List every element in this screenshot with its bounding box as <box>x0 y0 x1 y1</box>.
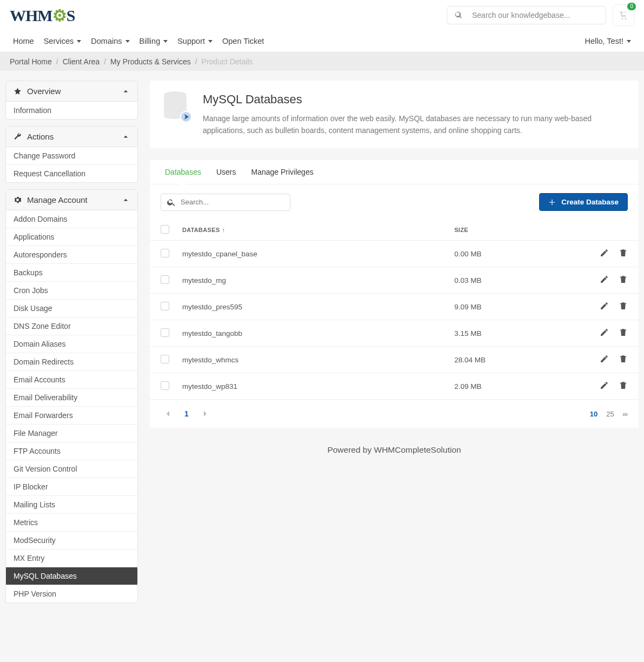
db-size: 28.04 MB <box>448 347 585 373</box>
db-size: 2.09 MB <box>448 373 585 400</box>
sidebar-item-ip-blocker[interactable]: IP Blocker <box>6 478 137 496</box>
sidebar-item-cron-jobs[interactable]: Cron Jobs <box>6 282 137 300</box>
plus-icon <box>548 198 556 206</box>
sidebar-overview: Overview Information <box>5 81 138 120</box>
star-icon <box>14 87 22 95</box>
row-checkbox[interactable] <box>161 355 169 363</box>
sidebar-item-email-deliverability[interactable]: Email Deliverability <box>6 389 137 407</box>
db-search[interactable] <box>161 194 290 211</box>
breadcrumb-product-details: Product Details <box>202 57 253 66</box>
db-size: 0.00 MB <box>448 241 585 267</box>
manage-header[interactable]: Manage Account <box>6 190 137 210</box>
user-menu[interactable]: Hello, Test! <box>582 32 634 50</box>
sidebar-item-autoresponders[interactable]: Autoresponders <box>6 246 137 264</box>
search-icon <box>167 197 176 207</box>
row-checkbox[interactable] <box>161 249 169 257</box>
sidebar-item-domain-redirects[interactable]: Domain Redirects <box>6 353 137 371</box>
kb-search[interactable] <box>447 6 606 24</box>
page-next[interactable] <box>197 406 213 421</box>
page-description: Manage large amounts of information over… <box>203 113 625 136</box>
edit-icon[interactable] <box>600 275 609 286</box>
breadcrumb: Portal Home/Client Area/My Products & Se… <box>0 52 644 71</box>
table-row: mytestdo_wp8312.09 MB <box>150 373 639 400</box>
db-search-input[interactable] <box>181 198 284 206</box>
sidebar-item-mx-entry[interactable]: MX Entry <box>6 550 137 567</box>
db-name: mytestdo_pres595 <box>176 294 448 320</box>
select-all-checkbox[interactable] <box>161 225 169 234</box>
db-name: mytestdo_tangobb <box>176 320 448 347</box>
tab-manage-privileges[interactable]: Manage Privileges <box>244 160 321 184</box>
sidebar-item-domain-aliases[interactable]: Domain Aliases <box>6 335 137 353</box>
tab-users[interactable]: Users <box>209 160 244 184</box>
edit-icon[interactable] <box>600 248 609 259</box>
breadcrumb-my-products-services[interactable]: My Products & Services <box>110 57 191 66</box>
actions-header[interactable]: Actions <box>6 127 137 147</box>
row-checkbox[interactable] <box>161 328 169 337</box>
tab-databases[interactable]: Databases <box>157 160 209 184</box>
sidebar-manage: Manage Account Addon DomainsApplications… <box>5 189 138 603</box>
db-name: mytestdo_cpanel_base <box>176 241 448 267</box>
page-size-∞[interactable]: ∞ <box>623 410 628 418</box>
database-icon <box>164 95 191 122</box>
row-checkbox[interactable] <box>161 381 169 390</box>
pagination: 1 1025∞ <box>150 400 639 428</box>
page-size-25[interactable]: 25 <box>606 410 614 418</box>
db-size: 3.15 MB <box>448 320 585 347</box>
logo[interactable]: WHM⚙S <box>10 6 75 25</box>
breadcrumb-client-area[interactable]: Client Area <box>63 57 99 66</box>
breadcrumb-portal-home[interactable]: Portal Home <box>10 57 52 66</box>
sidebar-item-change-password[interactable]: Change Password <box>6 147 137 165</box>
edit-icon[interactable] <box>600 354 609 365</box>
delete-icon[interactable] <box>619 301 628 312</box>
table-row: mytestdo_whmcs28.04 MB <box>150 347 639 373</box>
page-1[interactable]: 1 <box>179 406 194 421</box>
column-size[interactable]: Size <box>448 220 585 241</box>
page-size-10[interactable]: 10 <box>590 410 597 418</box>
sidebar-item-file-manager[interactable]: File Manager <box>6 425 137 442</box>
sidebar-item-applications[interactable]: Applications <box>6 228 137 246</box>
edit-icon[interactable] <box>600 328 609 339</box>
edit-icon[interactable] <box>600 301 609 312</box>
search-icon <box>455 11 462 19</box>
cart-count-badge: 0 <box>627 3 636 10</box>
row-checkbox[interactable] <box>161 302 169 310</box>
sidebar-item-backups[interactable]: Backups <box>6 264 137 282</box>
sidebar-item-modsecurity[interactable]: ModSecurity <box>6 532 137 550</box>
delete-icon[interactable] <box>619 354 628 365</box>
kb-search-input[interactable] <box>472 11 598 19</box>
nav-billing[interactable]: Billing <box>136 32 171 50</box>
overview-header[interactable]: Overview <box>6 81 137 102</box>
nav-services[interactable]: Services <box>41 32 85 50</box>
cart-icon <box>619 11 628 19</box>
delete-icon[interactable] <box>619 275 628 286</box>
sidebar-item-request-cancellation[interactable]: Request Cancellation <box>6 165 137 182</box>
db-name: mytestdo_mg <box>176 267 448 294</box>
db-name: mytestdo_whmcs <box>176 347 448 373</box>
edit-icon[interactable] <box>600 381 609 392</box>
sidebar-item-addon-domains[interactable]: Addon Domains <box>6 210 137 228</box>
sidebar-item-php-version[interactable]: PHP Version <box>6 585 137 603</box>
nav-support[interactable]: Support <box>174 32 216 50</box>
nav-home[interactable]: Home <box>10 32 37 50</box>
page-prev[interactable] <box>161 406 176 421</box>
sidebar-item-disk-usage[interactable]: Disk Usage <box>6 300 137 317</box>
sidebar-item-mailing-lists[interactable]: Mailing Lists <box>6 496 137 514</box>
delete-icon[interactable] <box>619 248 628 259</box>
sidebar-item-metrics[interactable]: Metrics <box>6 514 137 532</box>
delete-icon[interactable] <box>619 381 628 392</box>
nav-domains[interactable]: Domains <box>88 32 132 50</box>
create-database-button[interactable]: Create Database <box>539 193 628 211</box>
sidebar-item-information[interactable]: Information <box>6 102 137 119</box>
sidebar-item-mysql-databases[interactable]: MySQL Databases <box>6 567 137 585</box>
sidebar-item-git-version-control[interactable]: Git Version Control <box>6 460 137 478</box>
db-tabs: DatabasesUsersManage Privileges <box>150 160 639 184</box>
sidebar-item-email-accounts[interactable]: Email Accounts <box>6 371 137 389</box>
sidebar-item-ftp-accounts[interactable]: FTP Accounts <box>6 442 137 460</box>
column-databases[interactable]: Databases↑ <box>176 220 448 241</box>
delete-icon[interactable] <box>619 328 628 339</box>
row-checkbox[interactable] <box>161 275 169 284</box>
cart-button[interactable]: 0 <box>613 4 634 26</box>
sidebar-item-dns-zone-editor[interactable]: DNS Zone Editor <box>6 317 137 335</box>
nav-open-ticket[interactable]: Open Ticket <box>219 32 267 50</box>
sidebar-item-email-forwarders[interactable]: Email Forwarders <box>6 407 137 425</box>
